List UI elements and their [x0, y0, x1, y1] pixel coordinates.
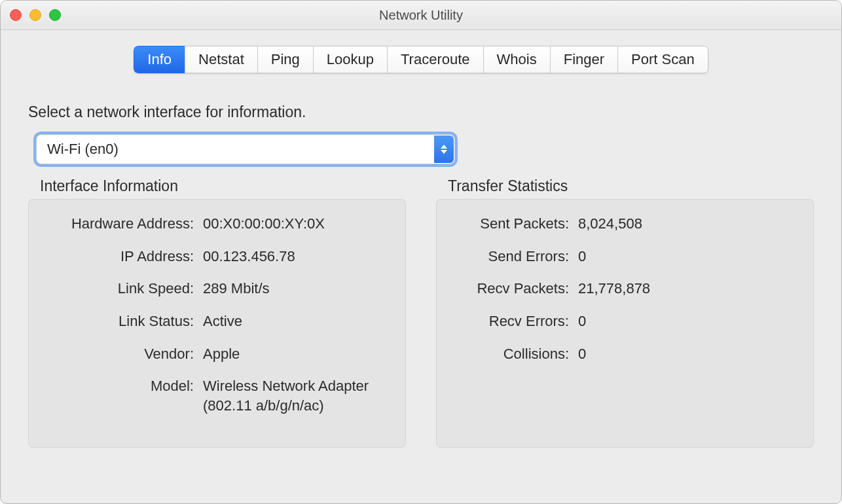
- label-model: Model:: [43, 376, 203, 415]
- window-title: Network Utility: [379, 8, 463, 23]
- value-recv-packets: 21,778,878: [578, 279, 799, 298]
- row-model: Model: Wireless Network Adapter (802.11 …: [43, 376, 391, 415]
- tabs: Info Netstat Ping Lookup Traceroute Whoi…: [134, 46, 708, 73]
- row-link-speed: Link Speed: 289 Mbit/s: [43, 279, 391, 298]
- value-recv-errors: 0: [578, 312, 799, 331]
- dropdown-stepper-icon: [434, 135, 454, 163]
- row-hardware-address: Hardware Address: 00:X0:00:00:XY:0X: [43, 214, 391, 234]
- row-sent-packets: Sent Packets: 8,024,508: [451, 214, 799, 234]
- tab-whois[interactable]: Whois: [483, 46, 550, 73]
- label-recv-packets: Recv Packets:: [451, 279, 578, 298]
- value-vendor: Apple: [203, 344, 391, 364]
- label-ip-address: IP Address:: [43, 247, 203, 266]
- label-hardware-address: Hardware Address:: [43, 214, 203, 234]
- tab-info[interactable]: Info: [134, 46, 185, 73]
- interface-select-wrap: Wi-Fi (en0): [36, 134, 455, 164]
- value-send-errors: 0: [578, 247, 799, 266]
- value-link-speed: 289 Mbit/s: [203, 279, 391, 298]
- chevron-down-icon: [441, 150, 447, 154]
- interface-info-box: Hardware Address: 00:X0:00:00:XY:0X IP A…: [28, 199, 406, 448]
- value-link-status: Active: [203, 312, 391, 331]
- panels: Interface Information Hardware Address: …: [28, 177, 814, 448]
- label-link-status: Link Status:: [43, 312, 203, 331]
- instruction-text: Select a network interface for informati…: [28, 103, 814, 121]
- label-link-speed: Link Speed:: [43, 279, 203, 298]
- value-ip-address: 00.123.456.78: [203, 247, 391, 266]
- minimize-window-button[interactable]: [29, 9, 41, 21]
- content-area: Info Netstat Ping Lookup Traceroute Whoi…: [1, 30, 841, 503]
- titlebar: Network Utility: [1, 1, 841, 30]
- chevron-up-icon: [441, 145, 447, 149]
- window: Network Utility Info Netstat Ping Lookup…: [0, 0, 842, 504]
- label-send-errors: Send Errors:: [451, 247, 578, 266]
- value-sent-packets: 8,024,508: [578, 214, 799, 234]
- tab-ping[interactable]: Ping: [257, 46, 313, 73]
- traffic-lights: [10, 9, 61, 21]
- value-collisions: 0: [578, 344, 799, 364]
- row-collisions: Collisions: 0: [451, 344, 799, 364]
- tab-lookup[interactable]: Lookup: [313, 46, 387, 73]
- tab-port-scan[interactable]: Port Scan: [617, 46, 708, 73]
- label-sent-packets: Sent Packets:: [451, 214, 578, 234]
- interface-select[interactable]: Wi-Fi (en0): [36, 134, 455, 164]
- row-ip-address: IP Address: 00.123.456.78: [43, 247, 391, 266]
- label-vendor: Vendor:: [43, 344, 203, 364]
- row-send-errors: Send Errors: 0: [451, 247, 799, 266]
- row-link-status: Link Status: Active: [43, 312, 391, 331]
- interface-select-value: Wi-Fi (en0): [47, 141, 119, 158]
- transfer-stats-fieldset: Transfer Statistics Sent Packets: 8,024,…: [436, 177, 814, 448]
- interface-info-fieldset: Interface Information Hardware Address: …: [28, 177, 406, 448]
- row-recv-packets: Recv Packets: 21,778,878: [451, 279, 799, 298]
- tab-netstat[interactable]: Netstat: [185, 46, 257, 73]
- close-window-button[interactable]: [10, 9, 22, 21]
- row-vendor: Vendor: Apple: [43, 344, 391, 364]
- label-collisions: Collisions:: [451, 344, 578, 364]
- zoom-window-button[interactable]: [49, 9, 61, 21]
- transfer-stats-legend: Transfer Statistics: [448, 177, 814, 195]
- tab-traceroute[interactable]: Traceroute: [387, 46, 483, 73]
- row-recv-errors: Recv Errors: 0: [451, 312, 799, 331]
- interface-info-legend: Interface Information: [40, 177, 406, 195]
- tab-bar: Info Netstat Ping Lookup Traceroute Whoi…: [28, 46, 814, 73]
- transfer-stats-box: Sent Packets: 8,024,508 Send Errors: 0 R…: [436, 199, 814, 448]
- value-model: Wireless Network Adapter (802.11 a/b/g/n…: [203, 376, 391, 415]
- label-recv-errors: Recv Errors:: [451, 312, 578, 331]
- tab-finger[interactable]: Finger: [550, 46, 617, 73]
- value-hardware-address: 00:X0:00:00:XY:0X: [203, 214, 391, 234]
